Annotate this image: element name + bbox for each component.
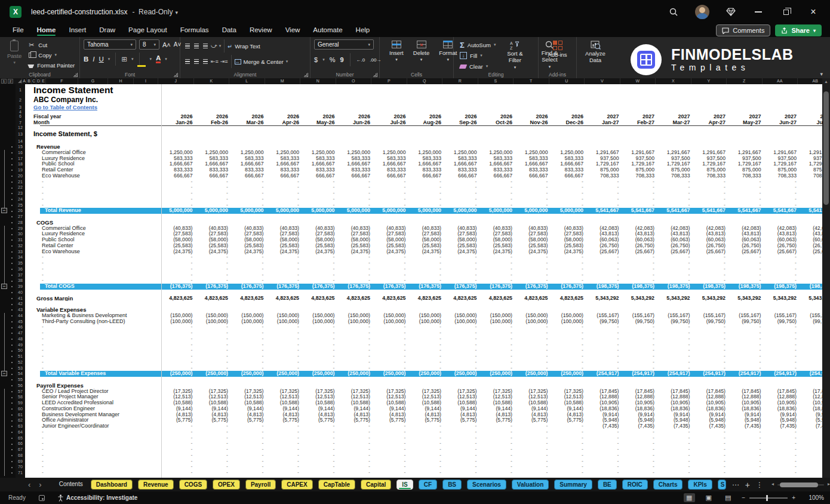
cell[interactable]: - — [374, 330, 410, 336]
cell[interactable]: - — [161, 342, 197, 348]
cell[interactable]: (24,375) — [374, 249, 410, 255]
cell[interactable]: - — [232, 429, 268, 435]
insert-cells-button[interactable]: Insert▾ — [386, 39, 407, 63]
row-number[interactable]: 70 — [16, 464, 25, 470]
cell[interactable]: (5,775) — [197, 417, 233, 423]
cell[interactable]: (17,325) — [197, 389, 233, 395]
alignment-dialog-launcher-icon[interactable] — [304, 73, 308, 77]
cell[interactable]: - — [730, 441, 766, 447]
cell[interactable]: - — [730, 342, 766, 348]
cell[interactable]: (10,588) — [517, 400, 552, 406]
cell[interactable]: 937,500 — [623, 156, 659, 162]
cell[interactable]: - — [801, 464, 822, 470]
cell[interactable]: 4,823,625 — [552, 296, 588, 302]
collapse-ribbon-icon[interactable]: ▾ — [820, 71, 823, 77]
cell[interactable]: (4,813) — [197, 412, 233, 418]
row-label-cell[interactable]: Total Variable Expenses — [25, 371, 161, 377]
column-header-E[interactable]: E — [41, 78, 46, 84]
cell[interactable]: - — [552, 324, 588, 330]
cell[interactable]: (26,750) — [801, 243, 822, 249]
cell[interactable]: - — [445, 453, 481, 459]
cell[interactable]: (58,000) — [232, 237, 268, 243]
cell[interactable]: - — [303, 365, 339, 371]
cell[interactable]: - — [517, 260, 552, 266]
vertical-scrollbar[interactable]: ▲ — [822, 78, 830, 478]
column-header-Y[interactable]: Y — [691, 78, 727, 84]
cell[interactable]: Jul-26 — [374, 119, 410, 126]
cell[interactable]: (150,000) — [445, 313, 481, 319]
row-number[interactable]: 57 — [16, 389, 25, 395]
cell[interactable]: 583,333 — [161, 156, 197, 162]
cell[interactable]: (43,813) — [694, 231, 730, 237]
cell[interactable]: - — [766, 365, 801, 371]
cell[interactable]: (40,833) — [552, 226, 588, 232]
cell[interactable]: - — [161, 464, 197, 470]
cell[interactable]: - — [801, 190, 822, 196]
cell[interactable]: - — [232, 470, 268, 476]
cell[interactable]: (155,167) — [766, 313, 801, 319]
cell[interactable]: 1,250,000 — [445, 150, 481, 156]
copy-button[interactable]: Copy▾ — [27, 51, 75, 59]
cell[interactable]: 1,729,167 — [694, 161, 730, 167]
cell[interactable]: (5,775) — [232, 417, 268, 423]
cell[interactable]: - — [161, 435, 197, 441]
cell[interactable]: - — [232, 254, 268, 260]
zoom-level[interactable]: 100% — [804, 494, 824, 501]
cell[interactable]: - — [303, 190, 339, 196]
cell[interactable]: - — [374, 464, 410, 470]
row-label-cell[interactable]: - — [25, 266, 161, 272]
cell[interactable]: - — [445, 470, 481, 476]
cell[interactable]: - — [161, 324, 197, 330]
cell[interactable]: - — [623, 336, 659, 342]
row-number[interactable]: 26 — [16, 208, 25, 214]
cell[interactable]: - — [445, 429, 481, 435]
cell[interactable]: - — [552, 354, 588, 359]
cell[interactable]: - — [517, 470, 552, 476]
cell[interactable]: - — [552, 266, 588, 272]
row-number[interactable]: 54 — [16, 371, 25, 377]
cell[interactable]: (42,083) — [659, 226, 694, 232]
column-header-R[interactable]: R — [442, 78, 478, 84]
cell[interactable]: (176,375) — [517, 284, 552, 290]
cell[interactable]: - — [588, 330, 623, 336]
cell[interactable]: (17,325) — [303, 389, 339, 395]
cell[interactable]: - — [801, 348, 822, 354]
analyze-data-button[interactable]: Analyze Data — [580, 39, 611, 65]
file-mode[interactable]: - Read-Only▾ — [132, 8, 178, 16]
cell[interactable]: (99,750) — [659, 319, 694, 325]
cell[interactable]: - — [197, 470, 233, 476]
cell[interactable]: - — [161, 423, 197, 429]
cell[interactable]: - — [730, 365, 766, 371]
cell[interactable]: - — [445, 278, 481, 284]
cell[interactable]: (27,583) — [161, 231, 197, 237]
cell[interactable]: - — [694, 190, 730, 196]
cell[interactable]: - — [694, 464, 730, 470]
cell[interactable]: (25,583) — [339, 243, 375, 249]
cell[interactable]: 833,333 — [161, 167, 197, 173]
cell[interactable]: - — [268, 441, 304, 447]
cell[interactable]: - — [268, 365, 304, 371]
cell[interactable]: - — [801, 202, 822, 208]
cell[interactable]: 5,343,292 — [801, 296, 822, 302]
cell[interactable]: - — [517, 365, 552, 371]
cell[interactable]: - — [801, 342, 822, 348]
cell[interactable]: - — [232, 441, 268, 447]
row-label-cell[interactable]: Total COGS — [25, 284, 161, 290]
cell[interactable]: - — [659, 330, 694, 336]
sheet-tab-valuation[interactable]: Valuation — [512, 480, 549, 490]
row-number[interactable]: 17 — [16, 156, 25, 162]
cell[interactable]: - — [623, 342, 659, 348]
row-label-cell[interactable]: - — [25, 190, 161, 196]
cell[interactable]: (24,375) — [268, 249, 304, 255]
cell[interactable]: 583,333 — [517, 156, 552, 162]
cell[interactable]: 708,333 — [766, 173, 801, 179]
cell[interactable]: (12,513) — [161, 394, 197, 400]
row-label-cell[interactable]: Business Development Manager — [25, 412, 161, 418]
cell[interactable]: - — [659, 202, 694, 208]
cell[interactable]: - — [623, 464, 659, 470]
cell[interactable]: (27,583) — [374, 231, 410, 237]
cell[interactable]: (10,588) — [232, 400, 268, 406]
cell[interactable]: - — [552, 423, 588, 429]
cell[interactable]: - — [161, 278, 197, 284]
cell[interactable]: - — [588, 459, 623, 465]
